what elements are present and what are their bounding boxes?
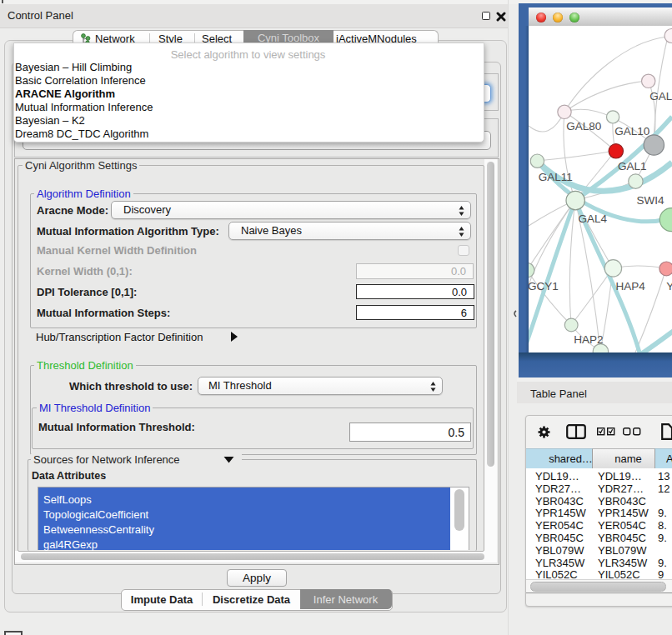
svg-text:HAP2: HAP2 <box>574 333 603 346</box>
svg-text:SWI4: SWI4 <box>637 194 664 207</box>
svg-text:GAL1: GAL1 <box>618 160 647 172</box>
svg-text:GAL10: GAL10 <box>614 125 649 138</box>
svg-text:GAL80: GAL80 <box>566 120 601 132</box>
svg-text:GAL4: GAL4 <box>579 212 608 225</box>
svg-text:GAL7: GAL7 <box>649 90 672 102</box>
svg-text:Y: Y <box>666 280 672 292</box>
svg-text:HAP4: HAP4 <box>616 280 646 292</box>
svg-text:GAL11: GAL11 <box>539 171 573 183</box>
svg-text:GCY1: GCY1 <box>529 280 559 292</box>
